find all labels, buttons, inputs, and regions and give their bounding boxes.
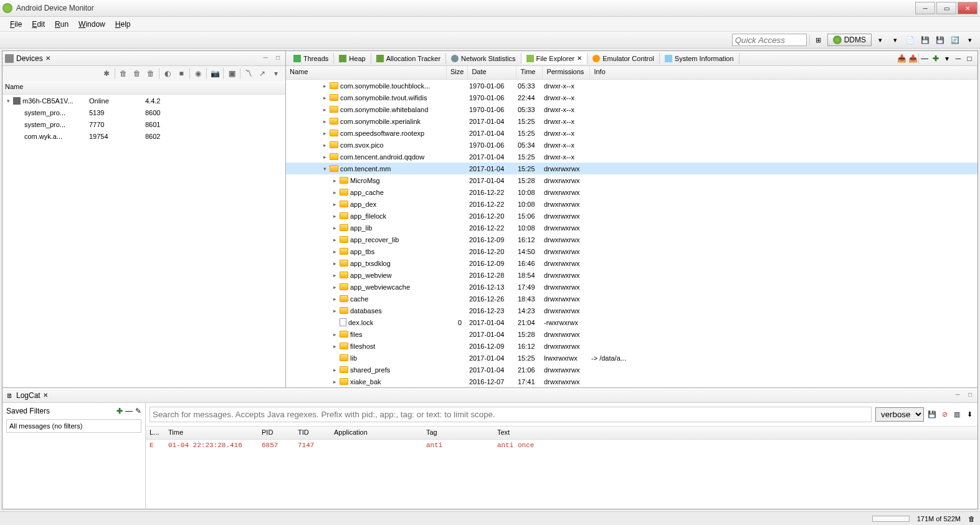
toolbar-icon-5[interactable]: 💾 bbox=[934, 34, 946, 46]
clear-log-icon[interactable]: ⊘ bbox=[940, 410, 949, 419]
open-perspective-icon[interactable]: ⊞ bbox=[812, 34, 825, 46]
minimize-view-icon[interactable]: ─ bbox=[260, 54, 270, 63]
maximize-logcat-icon[interactable]: □ bbox=[965, 391, 975, 400]
col-time[interactable]: Time bbox=[164, 427, 258, 439]
remove-filter-icon[interactable]: — bbox=[125, 407, 133, 415]
menu-edit[interactable]: Edit bbox=[27, 19, 50, 30]
toolbar-icon-2[interactable]: ▾ bbox=[889, 34, 902, 46]
file-row[interactable]: ▸app_recover_lib2016-12-0916:12drwxrwxrw… bbox=[286, 234, 978, 245]
file-row[interactable]: lib2017-01-0415:25lrwxrwxrwx-> /data/a..… bbox=[286, 352, 978, 364]
tab-file-explorer[interactable]: File Explorer ✕ bbox=[521, 53, 588, 64]
delete-icon[interactable]: — bbox=[919, 53, 930, 64]
tab-network-statistics[interactable]: Network Statistics bbox=[446, 53, 521, 64]
tab-threads[interactable]: Threads bbox=[288, 53, 334, 64]
file-row[interactable]: ▸app_tbs2016-12-2014:50drwxrwxrwx bbox=[286, 245, 978, 257]
maximize-view-icon[interactable]: □ bbox=[273, 54, 283, 63]
file-row[interactable]: ▸app_filelock2016-12-2015:06drwxrwxrwx bbox=[286, 210, 978, 222]
perspective-ddms[interactable]: DDMS bbox=[827, 34, 872, 46]
tab-heap[interactable]: Heap bbox=[334, 53, 371, 64]
tab-emulator-control[interactable]: Emulator Control bbox=[588, 53, 660, 64]
file-row[interactable]: ▸fileshost2016-12-0916:12drwxrwxrwx bbox=[286, 340, 978, 352]
display-filters-icon[interactable]: ▥ bbox=[953, 410, 961, 419]
toolbar-icon-3[interactable]: 📄 bbox=[904, 34, 916, 46]
trash-icon[interactable]: 🗑 bbox=[968, 515, 975, 523]
col-time[interactable]: Time bbox=[516, 66, 543, 79]
col-name[interactable]: Name bbox=[2, 81, 87, 94]
file-row[interactable]: ▸com.sonymobile.tvout.wifidis1970-01-062… bbox=[286, 92, 978, 103]
maximize-button[interactable]: ▭ bbox=[936, 2, 956, 14]
menu-help[interactable]: Help bbox=[110, 19, 136, 30]
file-row[interactable]: ▸com.sonymobile.xperialink2017-01-0415:2… bbox=[286, 115, 978, 127]
col-text[interactable]: Text bbox=[493, 427, 978, 439]
file-row[interactable]: ▸com.sonymobile.touchblock...1970-01-060… bbox=[286, 80, 978, 92]
file-row[interactable]: ▸MicroMsg2017-01-0415:28drwxrwxrwx bbox=[286, 174, 978, 186]
file-row[interactable]: ▸app_webview2016-12-2818:54drwxrwxrwx bbox=[286, 269, 978, 281]
toolbar-icon-7[interactable]: ▾ bbox=[964, 34, 976, 46]
minimize-button[interactable]: ─ bbox=[915, 2, 935, 14]
heap-icon[interactable]: 🗑 bbox=[118, 68, 129, 79]
col-perm[interactable]: Permissions bbox=[543, 66, 590, 79]
minimize-icon[interactable]: ─ bbox=[953, 53, 964, 64]
pull-file-icon[interactable]: 📥 bbox=[896, 53, 907, 64]
col-info[interactable]: Info bbox=[590, 66, 978, 79]
gc-icon[interactable]: ◉ bbox=[193, 68, 204, 79]
filter-item[interactable]: All messages (no filters) bbox=[6, 419, 141, 433]
dump-icon[interactable]: 🗑 bbox=[131, 68, 143, 79]
col-name[interactable]: Name bbox=[286, 66, 447, 79]
view-menu-icon[interactable]: ▾ bbox=[941, 53, 953, 64]
push-file-icon[interactable]: 📤 bbox=[907, 53, 918, 64]
trace-icon[interactable]: ↗ bbox=[257, 68, 268, 79]
logcat-close-icon[interactable]: ✕ bbox=[43, 392, 48, 399]
toolbar-icon-1[interactable]: ▾ bbox=[874, 34, 887, 46]
toolbar-icon-4[interactable]: 💾 bbox=[919, 34, 931, 46]
menu-file[interactable]: File bbox=[5, 19, 27, 30]
col-tid[interactable]: TID bbox=[294, 427, 330, 439]
col-app[interactable]: Application bbox=[330, 427, 422, 439]
quick-access-input[interactable] bbox=[732, 34, 807, 46]
col-pid[interactable]: PID bbox=[258, 427, 294, 439]
verbose-select[interactable]: verbose bbox=[875, 407, 924, 422]
save-log-icon[interactable]: 💾 bbox=[928, 410, 936, 419]
file-row[interactable]: ▸app_webviewcache2016-12-1317:49drwxrwxr… bbox=[286, 281, 978, 293]
capture-icon[interactable]: ▣ bbox=[226, 68, 237, 79]
col-size[interactable]: Size bbox=[447, 66, 468, 79]
file-row[interactable]: ▸shared_prefs2017-01-0421:06drwxrwxrwx bbox=[286, 364, 978, 376]
minimize-logcat-icon[interactable]: ─ bbox=[953, 391, 963, 400]
toolbar-icon-6[interactable]: 🔄 bbox=[949, 34, 961, 46]
file-row[interactable]: ▸app_lib2016-12-2210:08drwxrwxrwx bbox=[286, 222, 978, 234]
maximize-icon[interactable]: □ bbox=[964, 53, 975, 64]
file-row[interactable]: ▸databases2016-12-2314:23drwxrwxrwx bbox=[286, 305, 978, 316]
close-button[interactable]: ✕ bbox=[958, 2, 978, 14]
device-row[interactable]: com.wyk.a...197548602 bbox=[2, 130, 285, 142]
file-row[interactable]: ▾com.tencent.mm2017-01-0415:25drwxrwxrwx bbox=[286, 163, 978, 174]
menu-window[interactable]: Window bbox=[74, 19, 110, 30]
file-row[interactable]: ▸com.tencent.android.qqdow2017-01-0415:2… bbox=[286, 151, 978, 163]
stop-icon[interactable]: ■ bbox=[176, 68, 187, 79]
file-row[interactable]: ▸com.speedsoftware.rootexp2017-01-0415:2… bbox=[286, 127, 978, 139]
file-row[interactable]: ▸cache2016-12-2618:43drwxrwxrwx bbox=[286, 293, 978, 305]
edit-filter-icon[interactable]: ✎ bbox=[135, 407, 141, 415]
logcat-search-input[interactable] bbox=[150, 407, 872, 422]
file-row[interactable]: dex.lock02017-01-0421:04-rwxrwxrwx bbox=[286, 316, 978, 328]
col-tag[interactable]: Tag bbox=[422, 427, 493, 439]
tab-system-information[interactable]: System Information bbox=[660, 53, 740, 64]
device-row[interactable]: system_pro...77708601 bbox=[2, 118, 285, 130]
col-level[interactable]: L... bbox=[146, 427, 164, 439]
device-row[interactable]: ▾m36h-CB5A1V...Online4.4.2 bbox=[2, 95, 285, 106]
menu-run[interactable]: Run bbox=[50, 19, 74, 30]
new-folder-icon[interactable]: ✚ bbox=[930, 53, 941, 64]
file-row[interactable]: ▸com.sonymobile.whitebaland1970-01-0605:… bbox=[286, 103, 978, 115]
file-row[interactable]: ▸files2017-01-0415:28drwxrwxrwx bbox=[286, 328, 978, 340]
file-row[interactable]: ▸xiake_bak2016-12-0717:41drwxrwxrwx bbox=[286, 376, 978, 387]
log-row[interactable]: E01-04 22:23:28.41668577147antianti once bbox=[146, 440, 978, 452]
debug-icon[interactable]: ✱ bbox=[101, 68, 112, 79]
tab-allocation-tracker[interactable]: Allocation Tracker bbox=[371, 53, 446, 64]
col-date[interactable]: Date bbox=[468, 66, 516, 79]
systrace-icon[interactable]: 〽 bbox=[243, 68, 254, 79]
method-icon[interactable]: ◐ bbox=[162, 68, 173, 79]
device-row[interactable]: system_pro...51398600 bbox=[2, 106, 285, 118]
col-b[interactable] bbox=[87, 81, 143, 94]
add-filter-icon[interactable]: ✚ bbox=[117, 407, 123, 415]
col-c[interactable] bbox=[143, 81, 199, 94]
devices-close-icon[interactable]: ✕ bbox=[45, 55, 50, 62]
